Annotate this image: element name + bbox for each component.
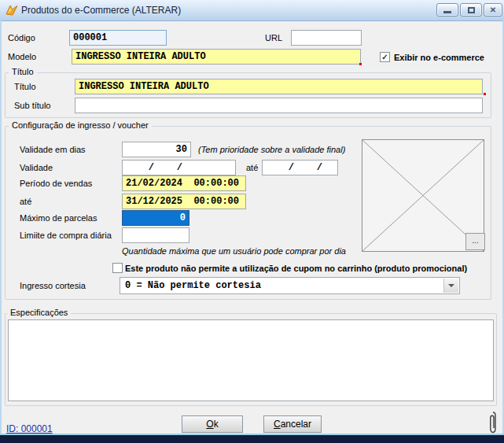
periodo-vendas-label: Período de vendas: [20, 179, 92, 188]
subtitulo-field[interactable]: [75, 98, 483, 113]
minimize-button[interactable]: [436, 3, 458, 17]
titulo-field[interactable]: INGRESSO INTEIRA ADULTO: [75, 79, 483, 94]
maximo-parcelas-field[interactable]: 0: [122, 210, 189, 226]
modelo-field[interactable]: INGRESSO INTEIRA ADULTO: [72, 49, 361, 65]
bottom-bar: [0, 435, 504, 443]
id-link[interactable]: ID: 000001: [6, 423, 53, 434]
minimize-icon: [443, 11, 451, 13]
ingresso-cortesia-value: 0 = Não permite cortesia: [120, 278, 459, 293]
validade-de-field[interactable]: / /: [122, 160, 236, 175]
periodo-ate-field[interactable]: 31/12/2025 00:00:00: [122, 194, 246, 209]
titulo-group-legend: Título: [9, 67, 37, 76]
periodo-vendas-field[interactable]: 21/02/2024 00:00:00: [122, 175, 246, 191]
dialog-window: Produtos do e-Commerce (ALTERAR) ✕ Códig…: [0, 0, 504, 443]
app-icon: [6, 4, 18, 17]
titulo-label: Título: [14, 82, 36, 91]
url-field[interactable]: [291, 30, 362, 46]
codigo-label: Código: [8, 33, 35, 42]
ingresso-cortesia-label: Ingresso cortesia: [20, 281, 86, 290]
maximize-button[interactable]: [460, 3, 482, 17]
ate-label: até: [246, 163, 258, 172]
validade-dias-field[interactable]: 30: [122, 142, 191, 157]
ok-button[interactable]: Ok: [182, 415, 243, 433]
required-dot: [484, 93, 486, 95]
paperclip-icon[interactable]: [488, 411, 498, 434]
chevron-down-icon: [448, 284, 454, 287]
configuracao-group-legend: Configuração de ingresso / voucher: [9, 120, 152, 130]
close-icon: ✕: [490, 6, 496, 14]
especificacoes-textarea[interactable]: [8, 319, 494, 401]
limite-compra-label: Limiite de compra diária: [20, 231, 112, 240]
especificacoes-group-legend: Especificações: [7, 308, 71, 317]
exibir-checkbox[interactable]: ✓: [380, 52, 390, 62]
close-button[interactable]: ✕: [484, 3, 502, 17]
maximo-parcelas-label: Máximo de parcelas: [20, 213, 97, 223]
cancel-button[interactable]: Cancelar: [263, 415, 322, 433]
url-label: URL: [265, 33, 282, 42]
cupom-checkbox[interactable]: [112, 263, 123, 273]
validade-label: Validade: [20, 163, 53, 172]
validade-dias-note: (Tem prioridade sobre a validade final): [198, 145, 345, 154]
limite-compra-note: Quantidade máxima que um usuário pode co…: [122, 246, 346, 256]
validade-dias-label: Validade em dias: [20, 145, 86, 154]
ingresso-cortesia-select[interactable]: 0 = Não permite cortesia: [120, 277, 460, 294]
title-bar[interactable]: Produtos do e-Commerce (ALTERAR) ✕: [0, 0, 504, 21]
codigo-field[interactable]: 000001: [69, 30, 167, 46]
validade-ate-field[interactable]: / /: [262, 160, 338, 175]
combo-dropdown-button[interactable]: [443, 279, 458, 293]
cupom-checkbox-label: Este produto não permite a utilização de…: [125, 264, 467, 273]
browse-image-button[interactable]: ...: [465, 233, 485, 250]
exibir-checkbox-label: Exibir no e-commerce: [394, 53, 484, 62]
required-dot: [359, 63, 362, 65]
maximize-icon: [468, 7, 475, 13]
limite-compra-field[interactable]: [122, 227, 189, 243]
modelo-label: Modelo: [8, 52, 36, 61]
window-border-left: [0, 20, 2, 434]
periodo-ate-label: até: [20, 197, 31, 206]
window-title: Produtos do e-Commerce (ALTERAR): [21, 5, 181, 16]
subtitulo-label: Sub título: [14, 101, 50, 110]
